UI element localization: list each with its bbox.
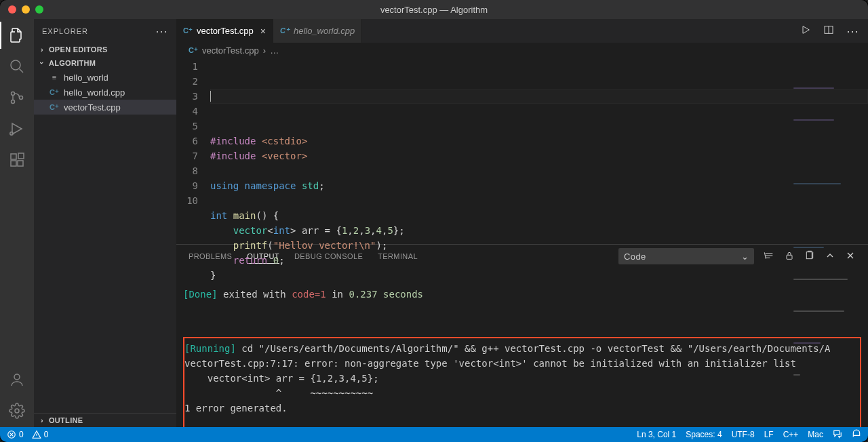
editor-tab[interactable]: C⁺hello_world.cpp <box>273 19 362 43</box>
svg-point-0 <box>11 60 20 70</box>
titlebar: vectorTest.cpp — Algorithm <box>0 0 868 19</box>
settings-gear-icon[interactable] <box>7 401 26 420</box>
cpp-file-icon: C⁺ <box>183 26 193 35</box>
explorer-sidebar: EXPLORER ⋯ › OPEN EDITORS › ALGORITHM ≡h… <box>34 19 176 427</box>
sidebar-title: EXPLORER <box>42 27 88 35</box>
run-debug-icon[interactable] <box>7 119 26 138</box>
sidebar-more-icon[interactable]: ⋯ <box>155 24 168 39</box>
chevron-right-icon: › <box>38 416 46 424</box>
file-tree-item[interactable]: ≡hello_world <box>34 70 176 85</box>
output-body[interactable]: [Done] exited with code=1 in 0.237 secon… <box>176 268 868 427</box>
cpp-file-icon: C⁺ <box>280 26 290 35</box>
chevron-right-icon: › <box>263 45 266 56</box>
chevron-down-icon: › <box>38 59 46 67</box>
bottom-panel: PROBLEMSOUTPUTDEBUG CONSOLETERMINAL Code… <box>176 244 868 427</box>
minimize-window-button[interactable] <box>22 5 30 14</box>
editor-more-icon[interactable]: ⋯ <box>846 24 859 39</box>
cpp-file-icon: C⁺ <box>189 46 198 55</box>
file-tree-item[interactable]: C⁺hello_world.cpp <box>34 85 176 100</box>
search-icon[interactable] <box>7 57 26 76</box>
status-errors[interactable]: 0 <box>7 430 24 439</box>
project-section[interactable]: › ALGORITHM <box>34 56 176 70</box>
svg-rect-6 <box>11 161 16 166</box>
svg-point-10 <box>15 409 19 413</box>
code-editor[interactable]: 12345678910 <box>176 58 868 244</box>
svg-point-4 <box>10 132 13 135</box>
status-eol[interactable]: LF <box>764 430 774 439</box>
svg-point-1 <box>12 92 15 96</box>
status-language[interactable]: C++ <box>783 430 799 439</box>
activity-bar <box>0 19 34 427</box>
svg-point-9 <box>14 374 20 380</box>
split-editor-icon[interactable] <box>823 24 834 38</box>
editor-tab[interactable]: C⁺vectorTest.cpp× <box>176 19 273 43</box>
status-position[interactable]: Ln 3, Col 1 <box>637 430 676 439</box>
extensions-icon[interactable] <box>7 150 26 169</box>
run-code-icon[interactable] <box>800 24 811 38</box>
source-control-icon[interactable] <box>7 88 26 107</box>
highlighted-output: [Running] cd "/Users/earth/Documents/Alg… <box>183 337 861 427</box>
window-title: vectorTest.cpp — Algorithm <box>0 5 868 15</box>
file-tree-item[interactable]: C⁺vectorTest.cpp <box>34 100 176 115</box>
close-window-button[interactable] <box>8 5 16 14</box>
svg-rect-7 <box>18 161 23 166</box>
file-icon: C⁺ <box>49 103 60 112</box>
svg-rect-8 <box>18 153 24 159</box>
maximize-window-button[interactable] <box>35 5 43 14</box>
breadcrumb[interactable]: C⁺ vectorTest.cpp › … <box>176 43 868 58</box>
account-icon[interactable] <box>7 370 26 389</box>
status-encoding[interactable]: UTF-8 <box>732 430 755 439</box>
editor-tabs: C⁺vectorTest.cpp×C⁺hello_world.cpp ⋯ <box>176 19 868 43</box>
status-warnings[interactable]: 0 <box>32 430 49 439</box>
svg-rect-5 <box>11 154 16 159</box>
output-tag: [Done] <box>183 289 218 300</box>
status-os[interactable]: Mac <box>808 430 823 439</box>
svg-point-2 <box>12 100 15 104</box>
outline-section[interactable]: › OUTLINE <box>34 413 176 427</box>
close-tab-icon[interactable]: × <box>260 26 266 37</box>
explorer-icon[interactable] <box>7 26 26 45</box>
file-icon: ≡ <box>49 73 60 81</box>
status-bar: 0 0 Ln 3, Col 1 Spaces: 4 UTF-8 LF C++ M… <box>0 427 868 442</box>
chevron-right-icon: › <box>38 45 46 54</box>
minimap[interactable] <box>793 58 868 244</box>
file-icon: C⁺ <box>49 88 60 97</box>
status-spaces[interactable]: Spaces: 4 <box>686 430 722 439</box>
feedback-icon[interactable] <box>833 429 842 441</box>
notifications-icon[interactable] <box>852 429 861 441</box>
open-editors-section[interactable]: › OPEN EDITORS <box>34 43 176 56</box>
